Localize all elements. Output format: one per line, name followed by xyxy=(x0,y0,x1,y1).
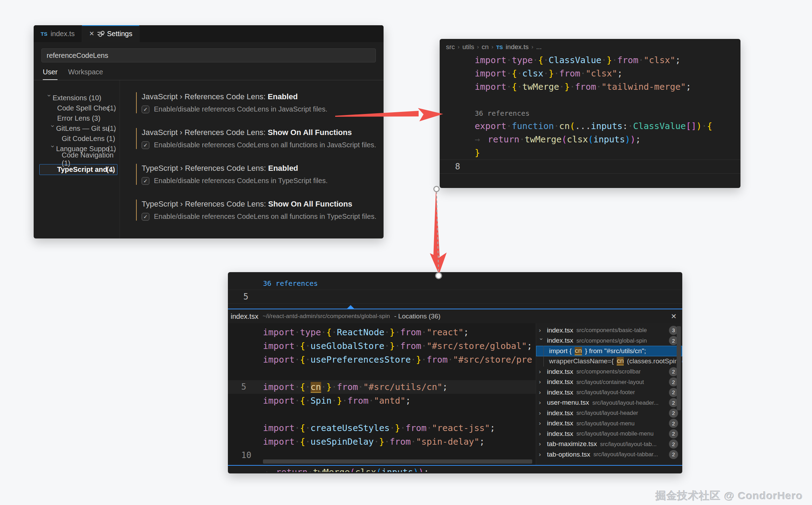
scope-tab-workspace[interactable]: Workspace xyxy=(68,68,103,80)
chevron-down-icon: › xyxy=(49,125,56,132)
checkbox-checked[interactable]: ✓ xyxy=(142,141,149,149)
checkbox-checked[interactable]: ✓ xyxy=(142,106,149,113)
chevron-collapsed-icon: › xyxy=(539,410,544,417)
screenshot-canvas: TS index.ts ✕ Settings User Workspace ›E… xyxy=(0,0,812,505)
breadcrumb[interactable]: src › utils › cn › TS index.ts › ... xyxy=(440,39,740,54)
reference-file-path: src/layout/layout-header xyxy=(576,410,638,416)
settings-window: TS index.ts ✕ Settings User Workspace ›E… xyxy=(34,25,384,238)
code-line: →return·twMerge(clsx(inputs)); xyxy=(440,133,740,146)
references-editor-window: 36 references 5 export·function·cn(...in… xyxy=(228,272,682,473)
reference-file-row[interactable]: ›index.tsxsrc/layout/layout-mobile-menu2 xyxy=(536,429,682,439)
reference-file-row[interactable]: ›index.tsxsrc/components/scrollbar2 xyxy=(536,366,682,377)
reference-file-name: index.tsx xyxy=(547,419,573,427)
horizontal-scrollbar[interactable] xyxy=(263,459,532,464)
red-arrow-down xyxy=(428,191,449,276)
setting-description-row: ✓Enable/disable references CodeLens in J… xyxy=(142,105,384,113)
setting-title: TypeScript › References Code Lens: Enabl… xyxy=(142,164,384,173)
reference-file-row[interactable]: ›index.tsxsrc/components/basic-table3 xyxy=(536,325,682,336)
toc-item[interactable]: Git CodeLens (1) xyxy=(34,134,120,144)
reference-file-row[interactable]: ›index.tsxsrc/layout/layout-footer2 xyxy=(536,387,682,398)
chevron-collapsed-icon: › xyxy=(539,389,544,396)
peek-code-line: import·type·{·ReactNode·}·from·"react"; xyxy=(228,325,536,339)
setting-description: Enable/disable references CodeLens on al… xyxy=(154,141,376,149)
tab-index-ts[interactable]: TS index.ts xyxy=(34,25,82,42)
reference-match-row[interactable]: import { cn } from "#src/utils/cn"; xyxy=(536,346,682,356)
code-line: import·{·twMerge·}·from·"tailwind-merge"… xyxy=(440,80,740,94)
code-line-blank xyxy=(440,94,740,107)
reference-file-name: tab-options.tsx xyxy=(547,451,590,458)
typescript-file-icon: TS xyxy=(41,31,47,37)
peek-reference-tree: ›index.tsxsrc/components/basic-table3›in… xyxy=(536,323,682,465)
toc-item-count: (1) xyxy=(108,104,116,112)
code-line: export·function·cn(...inputs:·ClassValue… xyxy=(440,120,740,133)
reference-file-row[interactable]: ›index.tsxsrc/layout/container-layout2 xyxy=(536,377,682,388)
tab-settings[interactable]: ✕ Settings xyxy=(82,25,140,42)
setting-description: Enable/disable references CodeLens in Ty… xyxy=(154,177,327,185)
code-line-signature: 5 export·function·cn(...inputs:·ClassVal… xyxy=(228,290,682,304)
setting-description-row: ✓Enable/disable references CodeLens on a… xyxy=(142,213,384,221)
peek-code-line: import·{·Spin·}·from·"antd"; xyxy=(228,394,536,408)
reference-file-name: index.tsx xyxy=(547,409,573,417)
reference-file-name: tab-maximize.tsx xyxy=(547,440,597,448)
toc-item[interactable]: Code Navigation (1) xyxy=(34,154,120,164)
settings-body: ›Extensions (10)Code Spell Chec...(1)Err… xyxy=(34,80,384,238)
toc-item[interactable]: TypeScript and ...(4) xyxy=(39,164,117,175)
toc-item-count: (4) xyxy=(107,166,115,174)
peek-view: index.tsx ~/i/react-antd-admin/src/compo… xyxy=(228,309,682,466)
tab-label: index.ts xyxy=(50,30,75,38)
reference-file-name: index.tsx xyxy=(547,430,573,438)
setting-entry: TypeScript › References Code Lens: Show … xyxy=(136,200,384,221)
toc-item[interactable]: Error Lens (3) xyxy=(34,113,120,123)
toc-item-count: (1) xyxy=(108,124,116,133)
reference-file-name: user-menu.tsx xyxy=(547,399,589,406)
reference-file-name: index.tsx xyxy=(547,368,573,376)
settings-scope-tabs: User Workspace xyxy=(43,68,384,80)
reference-file-row[interactable]: ›user-menu.tsxsrc/layout/layout-header..… xyxy=(536,398,682,408)
reference-file-row[interactable]: ›index.tsxsrc/layout/layout-header2 xyxy=(536,408,682,418)
reference-file-path: src/layout/layout-mobile-menu xyxy=(576,430,654,437)
code-editor-window: src › utils › cn › TS index.ts › ... imp… xyxy=(440,39,740,188)
reference-file-path: src/components/scrollbar xyxy=(576,368,641,375)
peek-code-area[interactable]: import·type·{·ReactNode·}·from·"react";i… xyxy=(228,323,536,465)
peek-title-file: index.tsx xyxy=(231,312,258,321)
reference-file-row[interactable]: ›tab-options.tsxsrc/layout/layout-tabbar… xyxy=(536,449,682,460)
toc-item[interactable]: ›GitLens — Git su...(1) xyxy=(34,123,120,134)
reference-file-path: src/layout/layout-tabbar... xyxy=(594,451,658,458)
reference-count-badge: 2 xyxy=(669,429,678,438)
arrow-handle-dot xyxy=(433,186,440,192)
chevron-collapsed-icon: › xyxy=(539,378,544,385)
code-line: import·type·{·ClassValue·}·from·"clsx"; xyxy=(440,54,740,67)
chevron-collapsed-icon: › xyxy=(539,368,544,375)
code-area[interactable]: import·type·{·ClassValue·}·from·"clsx"; … xyxy=(440,54,740,174)
toc-item-label: GitLens — Git su... xyxy=(56,124,115,133)
codelens-references[interactable]: 36 references xyxy=(228,277,682,290)
chevron-collapsed-icon: › xyxy=(539,430,544,437)
tab-label: Settings xyxy=(107,30,132,38)
peek-header: index.tsx ~/i/react-antd-admin/src/compo… xyxy=(228,309,682,323)
close-icon[interactable]: ✕ xyxy=(89,31,94,37)
checkbox-checked[interactable]: ✓ xyxy=(142,177,149,185)
toc-item-label: Error Lens (3) xyxy=(57,114,100,122)
codelens-references[interactable]: 36 references xyxy=(440,107,740,120)
checkbox-checked[interactable]: ✓ xyxy=(142,213,149,221)
reference-file-row[interactable]: ›index.tsxsrc/components/global-spin2 xyxy=(536,336,682,346)
settings-search-input[interactable] xyxy=(42,52,375,60)
settings-toc: ›Extensions (10)Code Spell Chec...(1)Err… xyxy=(34,80,120,238)
peek-title-path: ~/i/react-antd-admin/src/components/glob… xyxy=(263,313,390,320)
settings-search-box xyxy=(41,48,376,62)
outer-code-area[interactable]: 36 references 5 export·function·cn(...in… xyxy=(228,272,682,304)
reference-file-path: src/components/global-spin xyxy=(576,337,647,344)
close-icon[interactable]: ✕ xyxy=(671,312,677,321)
reference-file-row[interactable]: ›tab-maximize.tsxsrc/layout/layout-tab..… xyxy=(536,439,682,450)
scope-tab-user[interactable]: User xyxy=(43,68,57,80)
reference-file-row[interactable]: ›index.tsxsrc/layout/layout-menu2 xyxy=(536,418,682,429)
toc-item-label: Code Spell Chec... xyxy=(57,104,116,112)
toc-item[interactable]: Code Spell Chec...(1) xyxy=(34,103,120,113)
chevron-expanded-icon: › xyxy=(538,338,545,343)
reference-file-path: src/layout/layout-footer xyxy=(576,389,635,396)
setting-title: JavaScript › References Code Lens: Show … xyxy=(142,128,384,137)
reference-match-row[interactable]: wrapperClassName={cn(classes.rootSpin, c xyxy=(536,356,682,367)
reference-count-badge: 2 xyxy=(669,450,678,459)
vertical-scrollbar[interactable] xyxy=(677,326,681,410)
toc-item[interactable]: ›Extensions (10) xyxy=(34,93,120,103)
